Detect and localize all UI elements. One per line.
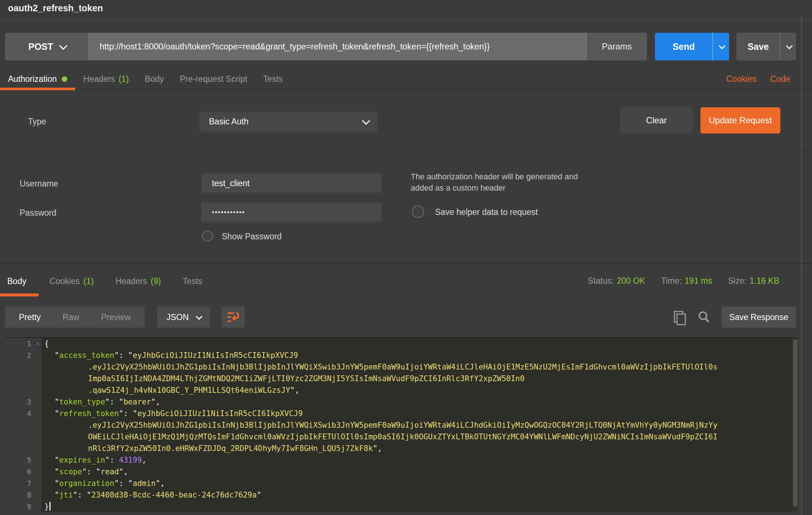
- chevron-down-icon: [59, 42, 68, 50]
- username-label: Username: [20, 179, 58, 189]
- code-link[interactable]: Code: [770, 74, 790, 84]
- code-line: OWEiLCJleHAiOjE1MzQ1MjQzMTQsImF1dGhvcml0…: [5, 431, 798, 443]
- code-scrollbar[interactable]: [792, 338, 798, 512]
- code-line: 1▾{: [5, 338, 798, 350]
- resp-headers-count-badge: (9): [151, 276, 161, 286]
- auth-type-value: Basic Auth: [209, 117, 249, 127]
- code-line: .eyJ1c2VyX25hbWUiOiJhZG1pbiIsInNjb3BlIjp…: [5, 419, 798, 431]
- text-cursor: [49, 502, 51, 511]
- search-response-button[interactable]: [697, 310, 711, 324]
- password-label: Password: [20, 208, 56, 218]
- status-badge: Status:200 OK: [588, 276, 645, 286]
- code-line: 6"scope": "read",: [5, 466, 798, 478]
- tab-headers[interactable]: Headers (1): [75, 68, 137, 89]
- code-line: .eyJ1c2VyX25hbWUiOiJhZG1pbiIsInNjb3BlIjp…: [5, 361, 798, 373]
- auth-type-label: Type: [28, 117, 46, 127]
- request-title-bar: oauth2_refresh_token: [0, 0, 812, 17]
- code-line: 4"refresh_token": "eyJhbGciOiJIUzI1NiIsI…: [5, 408, 798, 419]
- code-line: 2"access_token": "eyJhbGciOiJIUzI1NiIsIn…: [5, 350, 798, 361]
- code-line: 5"expires_in": 43199,: [5, 454, 798, 466]
- title-divider: [0, 17, 812, 23]
- code-line: 9}: [5, 501, 798, 512]
- copy-response-button[interactable]: [672, 310, 687, 324]
- section-divider: [0, 150, 812, 151]
- code-line: 7"organization": "admin",: [5, 478, 798, 489]
- code-line: 3"token_type": "bearer",: [5, 396, 798, 408]
- response-tab-tests[interactable]: Tests: [172, 276, 213, 296]
- copy-icon: [674, 311, 685, 323]
- chevron-down-icon: [719, 43, 725, 49]
- request-tabs: Authorization Headers (1) Body Pre-reque…: [0, 68, 812, 90]
- response-meta: Status:200 OK Time:191 ms Size:1.16 KB: [588, 276, 779, 286]
- view-pretty[interactable]: Pretty: [8, 312, 52, 322]
- search-icon: [697, 310, 711, 324]
- show-password-label: Show Password: [222, 232, 282, 241]
- code-lines: 1▾{2"access_token": "eyJhbGciOiJIUzI1NiI…: [5, 338, 798, 512]
- save-response-button[interactable]: Save Response: [721, 307, 796, 328]
- format-value: JSON: [166, 312, 189, 322]
- response-tab-headers[interactable]: Headers (9): [105, 276, 172, 296]
- cookies-count-badge: (1): [84, 276, 94, 286]
- response-tabs: Body Cookies (1) Headers (9) Tests Statu…: [0, 264, 812, 296]
- tab-authorization[interactable]: Authorization: [0, 68, 75, 89]
- tab-body[interactable]: Body: [137, 68, 172, 89]
- size-badge: Size:1.16 KB: [728, 276, 779, 286]
- code-line: .qawS1Z4j_h4vNx10GBC_Y_PHM1LLSQt64eniWLG…: [5, 384, 798, 396]
- view-preview[interactable]: Preview: [90, 312, 142, 322]
- save-helper-checkbox[interactable]: [412, 205, 424, 218]
- response-tab-cookies[interactable]: Cookies (1): [39, 276, 104, 296]
- save-button[interactable]: Save: [736, 33, 780, 60]
- authorization-panel: Type Basic Auth Clear Update Request Use…: [0, 90, 812, 264]
- update-request-button[interactable]: Update Request: [700, 107, 780, 133]
- auth-active-dot: [62, 76, 67, 82]
- send-dropdown-button[interactable]: [712, 33, 729, 60]
- password-field[interactable]: •••••••••••: [201, 203, 382, 222]
- username-field[interactable]: test_client: [201, 174, 382, 193]
- chevron-down-icon: [196, 313, 202, 320]
- chevron-down-icon: [786, 43, 792, 49]
- code-line: Imp0aSI6IjIzNDA4ZDM4LThjZGMtNDQ2MC1iZWFj…: [5, 373, 798, 384]
- wrap-text-icon: [226, 310, 240, 324]
- code-line: 8"jti": "23408d38-8cdc-4460-beac-24c76dc…: [5, 489, 798, 501]
- scrollbar-thumb[interactable]: [793, 339, 797, 507]
- response-body-viewer: 1▾{2"access_token": "eyJhbGciOiJIUzI1NiI…: [5, 337, 798, 512]
- toolbar-right: Save Response: [672, 307, 796, 328]
- save-dropdown-button[interactable]: [780, 33, 796, 60]
- password-masked-value: •••••••••••: [212, 209, 245, 216]
- headers-count-badge: (1): [118, 74, 129, 84]
- format-select[interactable]: JSON: [157, 307, 210, 328]
- url-input[interactable]: http://host1:8000/oauth/token?scope=read…: [89, 33, 586, 60]
- send-button[interactable]: Send: [655, 33, 712, 60]
- request-builder-bar: POST http://host1:8000/oauth/token?scope…: [5, 33, 796, 60]
- cookies-link[interactable]: Cookies: [726, 74, 756, 84]
- clear-button[interactable]: Clear: [620, 107, 693, 133]
- request-title: oauth2_refresh_token: [8, 3, 103, 13]
- save-button-group: Save: [736, 33, 796, 60]
- wrap-text-button[interactable]: [221, 307, 245, 328]
- response-toolbar: Pretty Raw Preview JSON: [5, 307, 796, 328]
- save-helper-label: Save helper data to request: [435, 207, 538, 217]
- params-button[interactable]: Params: [586, 33, 647, 60]
- view-raw[interactable]: Raw: [52, 312, 90, 322]
- tab-pre-request-script[interactable]: Pre-request Script: [172, 68, 255, 89]
- auth-helper-note: The authorization header will be generat…: [411, 171, 578, 193]
- code-line: nRlc3RfY2xpZW50In0.eHRWxFZDJDq_2RDPL4Dhy…: [5, 443, 798, 454]
- response-tab-body[interactable]: Body: [0, 276, 39, 296]
- tab-tests[interactable]: Tests: [255, 68, 291, 89]
- method-value: POST: [28, 41, 53, 52]
- show-password-checkbox[interactable]: [202, 231, 213, 241]
- time-badge: Time:191 ms: [661, 276, 712, 286]
- url-value: http://host1:8000/oauth/token?scope=read…: [100, 42, 490, 52]
- auth-type-select[interactable]: Basic Auth: [200, 112, 378, 131]
- request-links: Cookies Code: [726, 68, 812, 89]
- view-mode-switch: Pretty Raw Preview: [5, 307, 145, 328]
- fold-toggle-icon[interactable]: ▾: [36, 338, 39, 350]
- method-select[interactable]: POST: [5, 33, 89, 60]
- chevron-down-icon: [362, 117, 370, 125]
- send-button-group: Send: [655, 33, 729, 60]
- postman-window: oauth2_refresh_token POST http://host1:8…: [0, 0, 812, 515]
- username-value: test_client: [212, 179, 250, 188]
